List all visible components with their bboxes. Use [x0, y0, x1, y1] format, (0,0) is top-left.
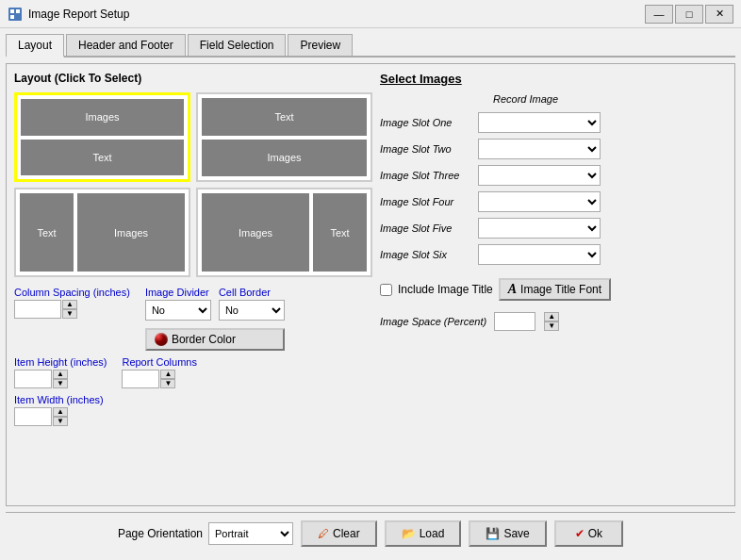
image-space-label: Image Space (Percent): [380, 316, 486, 327]
layout-card-images-text-side[interactable]: Images Text: [196, 188, 372, 277]
report-columns-input[interactable]: 2: [122, 370, 159, 388]
block-text-3: Text: [20, 193, 74, 272]
slot-four-row: Image Slot Four: [380, 191, 727, 212]
image-divider-select[interactable]: No Yes: [145, 300, 211, 321]
slot-four-select[interactable]: [478, 191, 601, 212]
report-columns-group: Report Columns 2 ▲ ▼: [122, 356, 196, 388]
slot-six-select[interactable]: [478, 244, 601, 265]
slot-two-row: Image Slot Two: [380, 139, 727, 159]
slot-six-row: Image Slot Six: [380, 244, 727, 265]
ok-label: Ok: [588, 527, 602, 540]
page-orientation-select[interactable]: Portrait Landscape: [208, 522, 293, 545]
block-images-1: Images: [21, 99, 184, 136]
column-spacing-spinner: ▲ ▼: [62, 300, 77, 319]
column-spacing-down[interactable]: ▼: [62, 309, 77, 319]
item-width-input[interactable]: 2: [14, 407, 52, 426]
layout-card-text-images-vertical[interactable]: Text Images: [196, 92, 372, 182]
close-btn[interactable]: ✕: [705, 5, 733, 24]
layout-grid: Images Text Text Images Text Images Imag…: [14, 92, 372, 277]
window-title: Image Report Setup: [28, 8, 645, 21]
layout-section-title: Layout (Click To Select): [14, 72, 372, 85]
save-label: Save: [503, 527, 529, 540]
app-icon: [8, 7, 23, 22]
bottom-bar: Page Orientation Portrait Landscape 🖊 Cl…: [6, 512, 735, 554]
tab-layout[interactable]: Layout: [6, 34, 64, 58]
item-height-up[interactable]: ▲: [53, 370, 68, 379]
include-title-row: Include Image Title A Image Title Font: [380, 278, 727, 301]
report-columns-spinner: ▲ ▼: [160, 370, 175, 388]
left-panel: Layout (Click To Select) Images Text Tex…: [14, 72, 372, 498]
image-space-up[interactable]: ▲: [544, 312, 559, 321]
item-width-down[interactable]: ▼: [53, 417, 68, 426]
column-spacing-group: Column Spacing (inches) 0.2 ▲ ▼: [14, 287, 130, 351]
border-color-button[interactable]: Border Color: [145, 328, 285, 351]
ok-icon: ✔: [575, 527, 585, 540]
border-color-label: Border Color: [172, 333, 236, 346]
column-spacing-input[interactable]: 0.2: [14, 300, 61, 319]
item-height-spinner: ▲ ▼: [53, 370, 68, 388]
load-button[interactable]: 📂 Load: [385, 520, 462, 547]
minimize-btn[interactable]: —: [645, 5, 673, 24]
report-columns-up[interactable]: ▲: [160, 370, 175, 379]
block-text-2: Text: [202, 98, 367, 136]
item-width-spinner: ▲ ▼: [53, 407, 68, 426]
item-height-down[interactable]: ▼: [53, 379, 68, 388]
slot-three-label: Image Slot Three: [380, 170, 474, 181]
image-space-row: Image Space (Percent) 50 ▲ ▼: [380, 312, 727, 331]
slot-headers: Record Image: [380, 93, 727, 108]
block-images-3: Images: [77, 193, 185, 272]
tab-bar: Layout Header and Footer Field Selection…: [6, 34, 735, 58]
ok-button[interactable]: ✔ Ok: [554, 520, 623, 547]
block-text-1: Text: [21, 140, 184, 176]
slot-one-select[interactable]: [478, 112, 601, 133]
column-spacing-label: Column Spacing (inches): [14, 287, 130, 298]
image-space-spinner: ▲ ▼: [544, 312, 559, 331]
layout-card-text-images-side[interactable]: Text Images: [14, 188, 190, 277]
svg-rect-2: [16, 9, 20, 13]
image-space-input[interactable]: 50: [494, 312, 535, 331]
report-columns-down[interactable]: ▼: [160, 379, 175, 388]
tab-header-footer[interactable]: Header and Footer: [66, 34, 186, 56]
page-orientation-label: Page Orientation: [118, 527, 203, 540]
slot-six-label: Image Slot Six: [380, 249, 474, 260]
image-title-font-button[interactable]: A Image Title Font: [499, 278, 611, 301]
main-window: Layout Header and Footer Field Selection…: [0, 28, 741, 560]
include-image-title-label: Include Image Title: [398, 283, 493, 296]
slot-five-select[interactable]: [478, 218, 601, 239]
slot-three-select[interactable]: [478, 165, 601, 186]
slot-four-label: Image Slot Four: [380, 196, 474, 207]
color-ball-icon: [155, 333, 168, 346]
load-label: Load: [420, 527, 445, 540]
item-width-up[interactable]: ▲: [53, 407, 68, 417]
tab-field-selection[interactable]: Field Selection: [188, 34, 287, 56]
slot-five-label: Image Slot Five: [380, 222, 474, 234]
slot-one-row: Image Slot One: [380, 112, 727, 133]
maximize-btn[interactable]: □: [675, 5, 703, 24]
slot-one-label: Image Slot One: [380, 117, 474, 128]
page-orientation-group: Page Orientation Portrait Landscape: [118, 522, 293, 545]
svg-rect-1: [10, 9, 14, 13]
block-text-4: Text: [313, 193, 367, 272]
save-button[interactable]: 💾 Save: [469, 520, 546, 547]
clear-button[interactable]: 🖊 Clear: [301, 520, 377, 547]
save-icon: 💾: [486, 527, 500, 540]
cell-border-select[interactable]: No Yes: [219, 300, 285, 321]
item-height-input[interactable]: 2: [14, 370, 52, 388]
clear-label: Clear: [333, 527, 360, 540]
item-width-group: Item Width (inches) 2 ▲ ▼: [14, 394, 372, 426]
record-image-col-label: Record Image: [493, 93, 558, 105]
report-columns-label: Report Columns: [122, 356, 196, 368]
tab-preview[interactable]: Preview: [288, 34, 353, 56]
block-images-2: Images: [202, 140, 367, 177]
slot-two-select[interactable]: [478, 139, 601, 159]
layout-card-images-text-vertical[interactable]: Images Text: [14, 92, 190, 182]
slot-five-row: Image Slot Five: [380, 218, 727, 239]
image-space-down[interactable]: ▼: [544, 321, 559, 331]
include-image-title-checkbox[interactable]: [380, 284, 392, 296]
window-controls: — □ ✕: [645, 5, 733, 24]
image-divider-label: Image Divider: [145, 287, 211, 298]
block-images-4: Images: [202, 193, 309, 272]
cell-border-group: Cell Border No Yes: [219, 287, 285, 321]
column-spacing-up[interactable]: ▲: [62, 300, 77, 309]
select-images-title: Select Images: [380, 72, 727, 86]
